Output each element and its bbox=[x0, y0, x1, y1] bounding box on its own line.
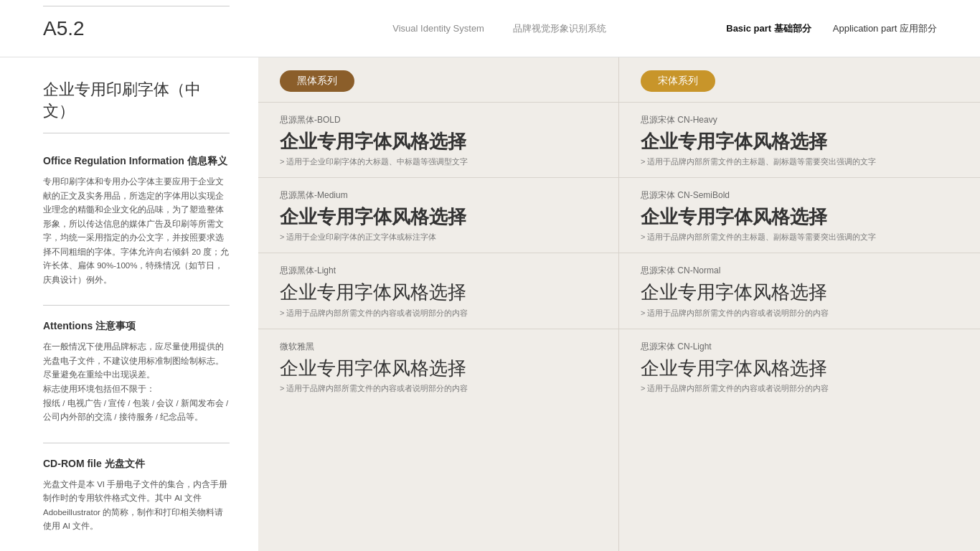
songti-badge: 宋体系列 bbox=[641, 70, 715, 92]
sidebar-title: 企业专用印刷字体（中文） bbox=[43, 79, 230, 133]
font-entry-heiti-light: 思源黑体-Light 企业专用字体风格选择 > 适用于品牌内部所需文件的内容或者… bbox=[258, 253, 618, 328]
heiti-medium-name: 思源黑体-Medium bbox=[280, 189, 597, 202]
heiti-badge: 黑体系列 bbox=[280, 70, 354, 92]
heiti-medium-demo: 企业专用字体风格选择 bbox=[280, 206, 597, 228]
songti-heavy-demo: 企业专用字体风格选择 bbox=[641, 131, 958, 153]
songti-normal-demo: 企业专用字体风格选择 bbox=[641, 281, 958, 303]
font-entry-songti-heavy: 思源宋体 CN-Heavy 企业专用字体风格选择 > 适用于品牌内部所需文件的主… bbox=[619, 102, 980, 177]
section-cdrom-heading: CD-ROM file 光盘文件 bbox=[43, 458, 230, 471]
font-entry-songti-semibold: 思源宋体 CN-SemiBold 企业专用字体风格选择 > 适用于品牌内部所需文… bbox=[619, 177, 980, 253]
songti-normal-desc: > 适用于品牌内部所需文件的内容或者说明部分的内容 bbox=[641, 308, 958, 319]
nav-basic[interactable]: Basic part 基础部分 bbox=[726, 22, 811, 35]
section-cdrom-text: 光盘文件是本 VI 手册电子文件的集合，内含手册制作时的专用软件格式文件。其中 … bbox=[43, 478, 230, 534]
heiti-bold-name: 思源黑体-BOLD bbox=[280, 114, 597, 126]
section-info-text: 专用印刷字体和专用办公字体主要应用于企业文献的正文及实务用品，所选定的字体用以实… bbox=[43, 175, 230, 287]
heiti-bold-desc: > 适用于企业印刷字体的大标题、中标题等强调型文字 bbox=[280, 156, 597, 167]
vi-system-cn: 品牌视觉形象识别系统 bbox=[513, 22, 606, 35]
sidebar-section-info: Office Regulation Information 信息释义 专用印刷字… bbox=[43, 155, 230, 287]
page-number: A5.2 bbox=[43, 17, 85, 39]
songti-light-desc: > 适用于品牌内部所需文件的内容或者说明部分的内容 bbox=[641, 383, 958, 394]
heiti-light-demo: 企业专用字体风格选择 bbox=[280, 281, 597, 303]
songti-header: 宋体系列 bbox=[619, 57, 980, 102]
songti-heavy-desc: > 适用于品牌内部所需文件的主标题、副标题等需要突出强调的文字 bbox=[641, 156, 958, 167]
font-column-songti: 宋体系列 思源宋体 CN-Heavy 企业专用字体风格选择 > 适用于品牌内部所… bbox=[619, 57, 980, 551]
heiti-medium-desc: > 适用于企业印刷字体的正文字体或标注字体 bbox=[280, 232, 597, 242]
font-entry-songti-normal: 思源宋体 CN-Normal 企业专用字体风格选择 > 适用于品牌内部所需文件的… bbox=[619, 253, 980, 328]
songti-semibold-demo: 企业专用字体风格选择 bbox=[641, 206, 958, 228]
font-entry-weiyahei: 微软雅黑 企业专用字体风格选择 > 适用于品牌内部所需文件的内容或者说明部分的内… bbox=[258, 329, 618, 404]
songti-light-demo: 企业专用字体风格选择 bbox=[641, 357, 958, 380]
section-attention-text: 在一般情况下使用品牌标志，应尽量使用提供的光盘电子文件，不建议使用标准制图绘制标… bbox=[43, 340, 230, 424]
songti-light-name: 思源宋体 CN-Light bbox=[641, 341, 958, 353]
font-entry-heiti-medium: 思源黑体-Medium 企业专用字体风格选择 > 适用于企业印刷字体的正文字体或… bbox=[258, 177, 618, 253]
weiyahei-name: 微软雅黑 bbox=[280, 341, 597, 353]
songti-heavy-name: 思源宋体 CN-Heavy bbox=[641, 114, 958, 126]
heiti-bold-demo: 企业专用字体风格选择 bbox=[280, 131, 597, 153]
songti-semibold-desc: > 适用于品牌内部所需文件的主标题、副标题等需要突出强调的文字 bbox=[641, 232, 958, 242]
header-center: Visual Identity System 品牌视觉形象识别系统 bbox=[273, 22, 726, 35]
heiti-light-desc: > 适用于品牌内部所需文件的内容或者说明部分的内容 bbox=[280, 308, 597, 319]
heiti-header: 黑体系列 bbox=[258, 57, 618, 102]
header-left: A5.2 bbox=[43, 17, 273, 40]
sidebar-section-cdrom: CD-ROM file 光盘文件 光盘文件是本 VI 手册电子文件的集合，内含手… bbox=[43, 458, 230, 534]
sidebar: 企业专用印刷字体（中文） Office Regulation Informati… bbox=[0, 57, 258, 551]
sidebar-divider-1 bbox=[43, 305, 230, 306]
main-content: 企业专用印刷字体（中文） Office Regulation Informati… bbox=[0, 57, 980, 551]
vi-system-en: Visual Identity System bbox=[392, 23, 484, 34]
font-column-heiti: 黑体系列 思源黑体-BOLD 企业专用字体风格选择 > 适用于企业印刷字体的大标… bbox=[258, 57, 619, 551]
weiyahei-desc: > 适用于品牌内部所需文件的内容或者说明部分的内容 bbox=[280, 383, 597, 394]
font-grid: 黑体系列 思源黑体-BOLD 企业专用字体风格选择 > 适用于企业印刷字体的大标… bbox=[258, 57, 980, 551]
section-info-heading: Office Regulation Information 信息释义 bbox=[43, 155, 230, 168]
font-entry-heiti-bold: 思源黑体-BOLD 企业专用字体风格选择 > 适用于企业印刷字体的大标题、中标题… bbox=[258, 102, 618, 177]
section-attention-heading: Attentions 注意事项 bbox=[43, 320, 230, 333]
header-nav: Basic part 基础部分 Application part 应用部分 bbox=[726, 22, 937, 35]
nav-application[interactable]: Application part 应用部分 bbox=[833, 22, 937, 35]
weiyahei-demo: 企业专用字体风格选择 bbox=[280, 357, 597, 380]
font-entry-songti-light: 思源宋体 CN-Light 企业专用字体风格选择 > 适用于品牌内部所需文件的内… bbox=[619, 329, 980, 404]
songti-semibold-name: 思源宋体 CN-SemiBold bbox=[641, 189, 958, 202]
sidebar-section-attention: Attentions 注意事项 在一般情况下使用品牌标志，应尽量使用提供的光盘电… bbox=[43, 320, 230, 424]
heiti-light-name: 思源黑体-Light bbox=[280, 265, 597, 277]
songti-normal-name: 思源宋体 CN-Normal bbox=[641, 265, 958, 277]
header: A5.2 Visual Identity System 品牌视觉形象识别系统 B… bbox=[0, 0, 980, 57]
sidebar-divider-2 bbox=[43, 443, 230, 443]
